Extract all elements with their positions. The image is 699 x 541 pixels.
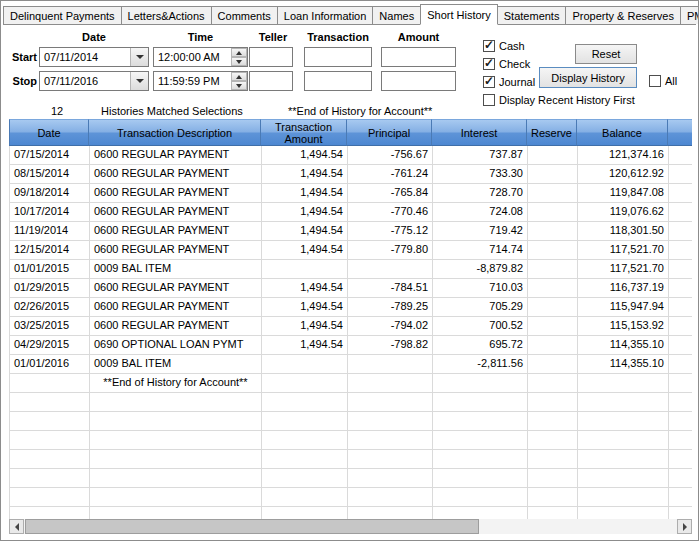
cell [433,488,528,507]
spin-up-icon[interactable] [231,48,247,57]
cell-filler [669,431,692,450]
all-checkbox[interactable]: All [649,74,677,88]
cell [348,355,433,374]
spin-up-icon[interactable] [231,72,247,81]
table-row[interactable]: 03/25/20150600 REGULAR PAYMENT1,494.54-7… [10,317,692,336]
table-row[interactable]: 01/01/20150009 BAL ITEM-8,879.82117,521.… [10,260,692,279]
table-row[interactable]: 02/26/20150600 REGULAR PAYMENT1,494.54-7… [10,298,692,317]
table-row[interactable] [10,412,692,431]
cell: 1,494.54 [262,336,348,355]
column-header-principal[interactable]: Principal [347,119,432,146]
cell [578,469,669,488]
cell: 01/29/2015 [10,279,90,298]
cell [433,374,528,393]
cell [262,431,348,450]
table-row[interactable] [10,469,692,488]
cell: 118,301.50 [578,222,669,241]
recent-history-first-checkbox[interactable]: Display Recent History First [483,93,635,107]
table-row[interactable] [10,507,692,519]
table-row[interactable]: 09/18/20140600 REGULAR PAYMENT1,494.54-7… [10,184,692,203]
table-row[interactable] [10,431,692,450]
cell [528,184,578,203]
column-header-reserve[interactable]: Reserve [527,119,577,146]
scroll-right-icon[interactable] [677,519,692,534]
column-header-date[interactable]: Date [9,119,89,146]
cell [528,374,578,393]
tab-letters-actions[interactable]: Letters&Actions [121,6,212,24]
cell [348,393,433,412]
cell [528,203,578,222]
scrollbar-thumb[interactable] [25,519,479,534]
table-row[interactable] [10,450,692,469]
column-header-interest[interactable]: Interest [432,119,527,146]
cell [528,488,578,507]
table-row[interactable]: 04/29/20150690 OPTIONAL LOAN PYMT1,494.5… [10,336,692,355]
cell [10,469,90,488]
cell: 08/15/2014 [10,165,90,184]
cell [262,412,348,431]
column-header-transaction-description[interactable]: Transaction Description [89,119,261,146]
cell [528,298,578,317]
stop-time-spinner[interactable]: 11:59:59 PM [153,71,248,91]
stop-amount-input[interactable] [381,71,456,91]
check-checkbox[interactable]: Check [483,57,530,71]
table-row[interactable]: 08/15/20140600 REGULAR PAYMENT1,494.54-7… [10,165,692,184]
journal-checkbox[interactable]: Journal [483,75,535,89]
cell: 02/26/2015 [10,298,90,317]
display-history-button[interactable]: Display History [539,67,637,88]
tab-property-reserves[interactable]: Property & Reserves [565,6,680,24]
start-date-value: 07/11/2014 [44,51,98,63]
cell: 0600 REGULAR PAYMENT [90,222,262,241]
start-amount-input[interactable] [381,47,456,67]
tab-pmi[interactable]: PMI [680,6,699,24]
table-row[interactable]: 10/17/20140600 REGULAR PAYMENT1,494.54-7… [10,203,692,222]
cell: 0600 REGULAR PAYMENT [90,165,262,184]
reset-button[interactable]: Reset [575,44,637,64]
cell-filler [669,241,692,260]
column-header-balance[interactable]: Balance [577,119,668,146]
stop-date-combobox[interactable]: 07/11/2016 [39,71,149,91]
start-time-spinner[interactable]: 12:00:00 AM [153,47,248,67]
cell [90,507,262,519]
cell: 07/15/2014 [10,146,90,165]
scroll-left-icon[interactable] [9,519,24,534]
cell [528,469,578,488]
table-row[interactable]: 01/01/20160009 BAL ITEM-2,811.56114,355.… [10,355,692,374]
start-date-combobox[interactable]: 07/11/2014 [39,47,149,67]
table-row[interactable]: 07/15/20140600 REGULAR PAYMENT1,494.54-7… [10,146,692,165]
tab-short-history[interactable]: Short History [420,4,498,25]
tab-names[interactable]: Names [372,6,421,24]
table-row[interactable]: 01/29/20150600 REGULAR PAYMENT1,494.54-7… [10,279,692,298]
spin-down-icon[interactable] [231,57,247,66]
column-header-transaction-amount[interactable]: Transaction Amount [261,119,347,146]
chevron-down-icon[interactable] [130,48,148,66]
tab-delinquent-payments[interactable]: Delinquent Payments [3,6,122,24]
start-teller-input[interactable] [249,47,293,67]
cell [262,260,348,279]
tab-comments[interactable]: Comments [211,6,278,24]
cell [528,431,578,450]
table-row[interactable] [10,488,692,507]
table-row[interactable] [10,393,692,412]
cell [578,431,669,450]
tab-loan-information[interactable]: Loan Information [277,6,374,24]
cell: 0690 OPTIONAL LOAN PYMT [90,336,262,355]
stop-transaction-input[interactable] [304,71,372,91]
cell [262,488,348,507]
matched-count: 12 [51,105,63,117]
table-row[interactable]: **End of History for Account** [10,374,692,393]
stop-teller-input[interactable] [249,71,293,91]
cell-filler [669,203,692,222]
cell [262,355,348,374]
spin-down-icon[interactable] [231,81,247,90]
horizontal-scrollbar[interactable] [9,519,692,534]
chevron-down-icon[interactable] [130,72,148,90]
start-transaction-input[interactable] [304,47,372,67]
cell: 1,494.54 [262,165,348,184]
tab-statements[interactable]: Statements [497,6,567,24]
checkbox-box [649,75,661,87]
table-row[interactable]: 11/19/20140600 REGULAR PAYMENT1,494.54-7… [10,222,692,241]
cash-checkbox[interactable]: Cash [483,39,525,53]
cell: 01/01/2015 [10,260,90,279]
table-row[interactable]: 12/15/20140600 REGULAR PAYMENT1,494.54-7… [10,241,692,260]
